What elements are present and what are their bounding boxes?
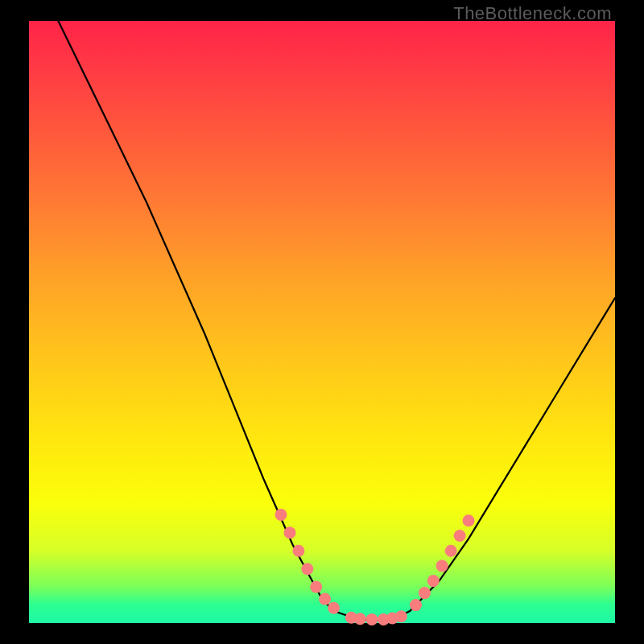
marker-layer (275, 509, 475, 625)
right-dots-point (445, 545, 457, 557)
bottom-dots-point (354, 613, 366, 625)
left-dots-point (275, 509, 287, 521)
right-dots-point (454, 530, 466, 542)
right-dots-point (419, 587, 431, 599)
bottom-dots-point (395, 610, 407, 622)
left-dots-point (319, 593, 331, 605)
right-dots-point (463, 514, 475, 526)
right-dots-point (436, 559, 448, 572)
left-dots-point (328, 602, 340, 614)
left-dots-point (284, 526, 296, 539)
left-dots-point (292, 545, 304, 557)
right-dots-point (410, 599, 422, 611)
bottleneck-curve (58, 21, 615, 620)
curve-layer (58, 21, 615, 620)
right-dots-point (427, 575, 440, 587)
left-dots-point (301, 563, 313, 575)
left-dots-point (310, 581, 322, 593)
bottom-dots-point (365, 613, 378, 625)
chart-svg (0, 0, 644, 644)
